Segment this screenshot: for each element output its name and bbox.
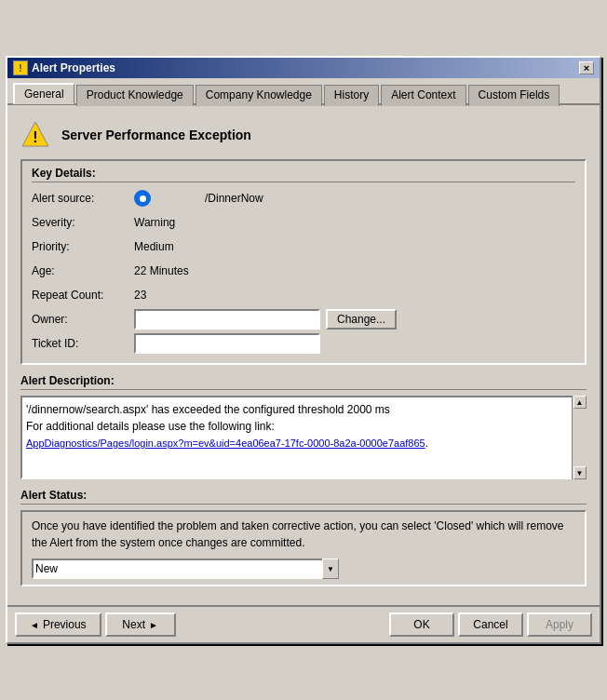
tab-custom-fields[interactable]: Custom Fields — [468, 85, 560, 106]
scrollbar-up-button[interactable]: ▲ — [573, 396, 587, 409]
tab-history[interactable]: History — [324, 85, 379, 106]
status-section: Alert Status: Once you have identified t… — [20, 489, 587, 586]
status-label: Alert Status: — [20, 489, 587, 505]
ticket-id-input[interactable] — [134, 333, 320, 354]
ok-button[interactable]: OK — [389, 612, 454, 637]
repeat-count-value: 23 — [134, 289, 146, 302]
title-bar: ! Alert Properties × — [7, 58, 600, 78]
description-box: '/dinnernow/search.aspx' has exceeded th… — [20, 396, 587, 479]
description-text1: '/dinnernow/search.aspx' has exceeded th… — [26, 401, 568, 418]
status-select[interactable]: New Acknowledged Closed — [32, 559, 339, 579]
severity-label: Severity: — [32, 216, 134, 229]
alert-title: Server Performance Exception — [61, 128, 251, 142]
previous-label: Previous — [43, 618, 87, 631]
description-scrollbar: ▲ ▼ — [572, 396, 587, 479]
previous-arrow-icon: ◄ — [30, 620, 39, 630]
alert-source-icon — [134, 190, 151, 207]
severity-row: Severity: Warning — [32, 212, 575, 233]
ticket-id-label: Ticket ID: — [32, 337, 134, 350]
warning-icon: ! — [20, 120, 50, 150]
repeat-count-row: Repeat Count: 23 — [32, 285, 575, 305]
description-link[interactable]: AppDiagnostics/Pages/login.aspx?m=ev&uid… — [26, 438, 425, 449]
status-dropdown-wrapper: New Acknowledged Closed ▼ — [32, 559, 339, 579]
change-button[interactable]: Change... — [326, 309, 397, 330]
age-value: 22 Minutes — [134, 264, 189, 277]
window-title: Alert Properties — [32, 61, 115, 74]
status-description: Once you have identified the problem and… — [32, 518, 575, 551]
nav-buttons: ◄ Previous Next ► — [15, 612, 176, 637]
owner-input[interactable] — [134, 309, 320, 330]
key-details-label: Key Details: — [32, 167, 575, 182]
alert-properties-window: ! Alert Properties × General Product Kno… — [6, 56, 601, 644]
next-label: Next — [122, 618, 145, 631]
severity-value: Warning — [134, 216, 175, 229]
description-section: Alert Description: '/dinnernow/search.as… — [20, 374, 587, 479]
owner-label: Owner: — [32, 313, 134, 326]
key-details-panel: Key Details: Alert source: /DinnerNow Se… — [20, 159, 587, 365]
previous-button[interactable]: ◄ Previous — [15, 612, 101, 637]
action-buttons: OK Cancel Apply — [389, 612, 592, 637]
alert-source-value: /DinnerNow — [205, 192, 263, 205]
alert-header: ! Server Performance Exception — [20, 114, 587, 159]
tab-product-knowledge[interactable]: Product Knowledge — [76, 85, 194, 106]
tab-bar: General Product Knowledge Company Knowle… — [7, 78, 600, 105]
next-button[interactable]: Next ► — [105, 612, 176, 637]
next-arrow-icon: ► — [149, 620, 158, 630]
age-row: Age: 22 Minutes — [32, 261, 575, 281]
description-container: '/dinnernow/search.aspx' has exceeded th… — [20, 396, 587, 479]
tab-content: ! Server Performance Exception Key Detai… — [7, 105, 600, 605]
tab-general[interactable]: General — [13, 83, 74, 104]
window-icon: ! — [13, 61, 28, 75]
status-dropdown-row: New Acknowledged Closed ▼ — [32, 559, 575, 579]
owner-row: Owner: Change... — [32, 309, 575, 330]
bottom-bar: ◄ Previous Next ► OK Cancel Apply — [7, 605, 600, 642]
status-panel: Once you have identified the problem and… — [20, 510, 587, 586]
cancel-button[interactable]: Cancel — [458, 612, 523, 637]
apply-button[interactable]: Apply — [527, 612, 592, 637]
tab-alert-context[interactable]: Alert Context — [381, 85, 465, 106]
tab-company-knowledge[interactable]: Company Knowledge — [196, 85, 322, 106]
alert-source-row: Alert source: /DinnerNow — [32, 188, 575, 209]
repeat-count-label: Repeat Count: — [32, 289, 134, 302]
description-text2: For additional details please use the fo… — [26, 418, 568, 435]
svg-text:!: ! — [33, 129, 37, 145]
dropdown-arrow-icon[interactable]: ▼ — [322, 559, 339, 579]
priority-label: Priority: — [32, 240, 134, 253]
age-label: Age: — [32, 264, 134, 277]
ticket-id-row: Ticket ID: — [32, 333, 575, 354]
priority-value: Medium — [134, 240, 174, 253]
priority-row: Priority: Medium — [32, 236, 575, 257]
close-button[interactable]: × — [579, 61, 594, 74]
scrollbar-down-button[interactable]: ▼ — [573, 466, 587, 479]
alert-source-label: Alert source: — [32, 192, 134, 205]
description-label: Alert Description: — [20, 374, 587, 390]
scrollbar-track[interactable] — [573, 409, 587, 466]
